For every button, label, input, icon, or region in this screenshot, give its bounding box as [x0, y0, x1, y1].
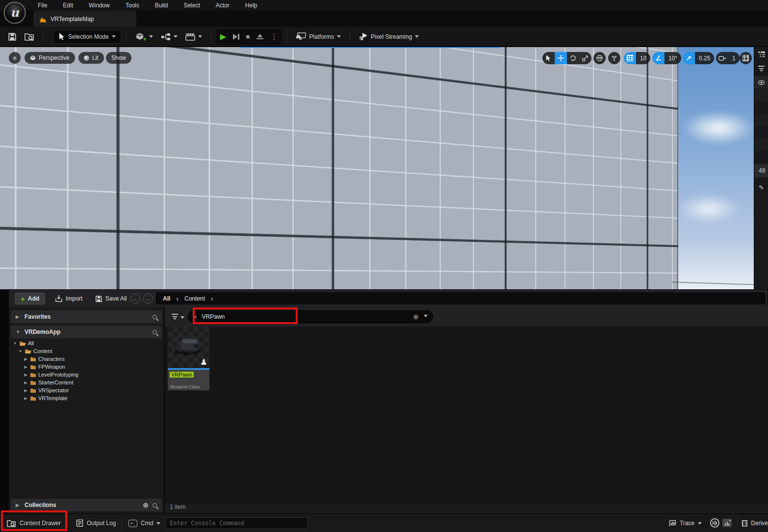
asset-grid[interactable]: ♟ VRPawn Blueprint Class — [165, 327, 768, 503]
back-button[interactable]: ← — [130, 294, 140, 304]
maximize-viewport-button[interactable] — [740, 52, 752, 64]
surface-snapping-button[interactable] — [608, 52, 620, 64]
statusbar-separator — [737, 517, 738, 530]
rotation-snap-value[interactable]: 10° — [665, 52, 681, 64]
expander-arrow-icon[interactable]: ▶ — [24, 380, 28, 385]
save-all-button[interactable]: Save All — [95, 293, 127, 304]
asset-tile-vrpawn[interactable]: ♟ VRPawn Blueprint Class — [168, 327, 209, 390]
expander-arrow-icon[interactable]: ▶ — [24, 373, 28, 377]
console-command-input[interactable] — [165, 517, 307, 529]
outliner-filter-button[interactable] — [754, 66, 768, 71]
unreal-engine-logo[interactable]: u — [3, 1, 26, 24]
chevron-down-icon[interactable] — [424, 315, 428, 319]
selection-mode-dropdown[interactable]: Selection Mode — [53, 30, 121, 44]
play-options-menu[interactable]: ⋮ — [270, 33, 278, 40]
show-dropdown[interactable]: Show — [106, 52, 131, 64]
outliner-button[interactable] — [754, 51, 768, 58]
menu-item-build[interactable]: Build — [148, 2, 176, 9]
outliner-row[interactable] — [754, 138, 768, 151]
expander-arrow-icon[interactable]: ▼ — [18, 349, 23, 354]
frame-skip-button[interactable] — [233, 34, 239, 40]
svg-text:u: u — [10, 5, 19, 20]
trace-dropdown[interactable]: Trace — [668, 514, 702, 532]
expander-arrow-icon[interactable]: ▶ — [24, 396, 28, 401]
derived-data-button[interactable]: Derive — [742, 514, 768, 532]
menu-item-window[interactable]: Window — [81, 2, 117, 9]
add-actor-dropdown[interactable]: + — [131, 29, 157, 44]
play-button[interactable]: ▶ — [220, 33, 226, 41]
scale-snap-value[interactable]: 0.25 — [695, 52, 714, 64]
tab-vrtemplatemap[interactable]: VRTemplateMap — [33, 11, 136, 27]
perspective-dropdown[interactable]: Perspective — [25, 52, 75, 64]
project-section[interactable]: ▼ VRDemoApp — [11, 326, 162, 338]
outliner-row[interactable] — [754, 114, 768, 126]
favorites-section[interactable]: ▶ Favorites — [11, 310, 162, 323]
eject-button[interactable] — [256, 34, 263, 40]
stop-button[interactable]: ■ — [246, 33, 250, 40]
menu-item-edit[interactable]: Edit — [55, 2, 80, 9]
outliner-count: 48 — [754, 164, 768, 177]
menu-item-help[interactable]: Help — [238, 2, 265, 9]
camera-speed-button[interactable] — [716, 52, 728, 64]
insights-capture-icon[interactable] — [722, 519, 732, 527]
tree-item-levelprototyping[interactable]: ▶LevelPrototyping — [9, 371, 164, 379]
lit-dropdown[interactable]: Lit — [78, 52, 104, 64]
platforms-dropdown[interactable]: Platforms — [292, 29, 345, 44]
menu-item-file[interactable]: File — [30, 2, 54, 9]
grid-snap-value[interactable]: 10 — [636, 52, 650, 64]
tree-item-characters[interactable]: ▶Characters — [9, 355, 164, 363]
search-icon[interactable] — [153, 503, 157, 507]
tree-item-vrspectator[interactable]: ▶VRSpectator — [9, 386, 164, 394]
scale-snap-toggle[interactable]: ↗ — [683, 52, 695, 64]
move-tool-button[interactable] — [555, 52, 567, 64]
select-tool-button[interactable] — [542, 52, 555, 64]
cinematics-dropdown[interactable] — [181, 29, 206, 44]
tree-item-fpweapon[interactable]: ▶FPWeapon — [9, 363, 164, 371]
forward-button[interactable]: → — [143, 294, 153, 304]
import-button[interactable]: Import — [55, 293, 82, 304]
chevron-down-icon[interactable] — [180, 316, 184, 321]
save-search-icon[interactable]: ⊕ — [413, 313, 419, 321]
world-local-toggle[interactable] — [593, 52, 606, 64]
expander-arrow-icon[interactable]: ▶ — [24, 365, 28, 369]
visibility-column[interactable] — [754, 76, 768, 89]
rotate-tool-button[interactable] — [567, 52, 579, 64]
tree-item-vrtemplate[interactable]: ▶VRTemplate — [9, 394, 164, 402]
add-collection-icon[interactable]: ⊕ — [143, 501, 149, 509]
menu-item-tools[interactable]: Tools — [118, 2, 147, 9]
scale-tool-button[interactable] — [579, 52, 591, 64]
svg-text:+: + — [143, 36, 146, 42]
add-button[interactable]: + Add — [15, 293, 45, 304]
insights-session-icon[interactable] — [710, 518, 719, 528]
outliner-row[interactable] — [754, 89, 768, 101]
tree-item-all[interactable]: ▼All — [9, 339, 164, 347]
camera-speed-value[interactable]: 1 — [728, 52, 740, 64]
outliner-row[interactable] — [754, 101, 768, 114]
expander-arrow-icon[interactable]: ▶ — [24, 388, 28, 393]
collections-section[interactable]: ▶ Collections ⊕ — [11, 499, 162, 511]
outliner-row[interactable] — [754, 126, 768, 138]
expander-arrow-icon[interactable]: ▶ — [24, 357, 28, 361]
cmd-dropdown[interactable]: >_ Cmd — [128, 514, 160, 532]
menu-item-select[interactable]: Select — [176, 2, 207, 9]
filter-funnel-icon[interactable] — [172, 314, 178, 319]
outliner-row[interactable] — [754, 151, 768, 163]
viewport-options-menu[interactable]: ≡ — [9, 52, 21, 64]
menu-item-actor[interactable]: Actor — [208, 2, 237, 9]
pixel-streaming-dropdown[interactable]: Pixel Streaming — [355, 29, 423, 44]
edit-pencil-icon[interactable]: ✎ — [754, 181, 768, 193]
search-icon[interactable] — [153, 330, 157, 334]
tree-item-startercontent[interactable]: ▶StarterContent — [9, 379, 164, 386]
browse-content-button[interactable] — [21, 29, 38, 44]
save-button[interactable] — [4, 29, 21, 44]
breadcrumb-all[interactable]: All — [163, 295, 170, 302]
search-icon[interactable] — [153, 315, 157, 319]
rotation-snap-toggle[interactable]: ∠ — [652, 52, 665, 64]
grid-snap-toggle[interactable] — [624, 52, 636, 64]
blueprints-dropdown[interactable] — [157, 29, 181, 44]
output-log-button[interactable]: Output Log — [76, 514, 116, 532]
breadcrumb-content[interactable]: Content — [184, 295, 205, 302]
plus-icon: + — [21, 295, 25, 303]
expander-arrow-icon[interactable]: ▼ — [13, 341, 17, 346]
tree-item-content[interactable]: ▼Content — [9, 347, 164, 355]
